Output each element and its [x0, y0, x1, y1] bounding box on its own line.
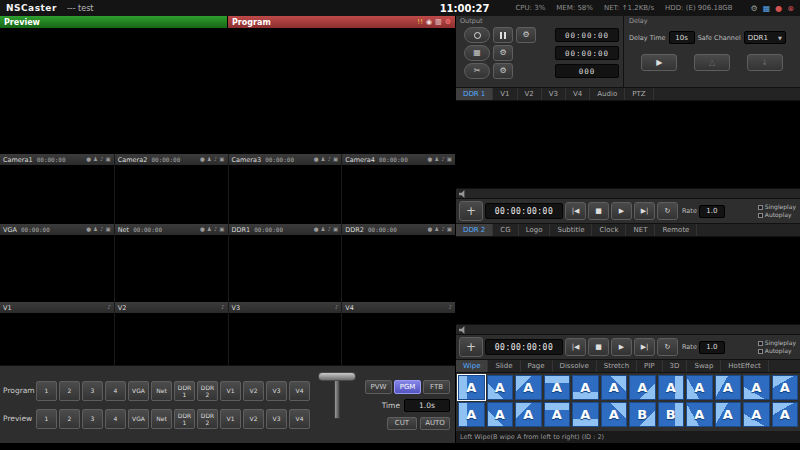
effects-tab-3d[interactable]: 3D	[663, 360, 688, 372]
deck2-singleplay-checkbox[interactable]: Singleplay	[758, 340, 796, 346]
deck1-next-button[interactable]: ▶|	[634, 202, 655, 220]
delay-output-button[interactable]: ↓	[747, 54, 783, 71]
effect-thumb-11[interactable]: A	[743, 375, 770, 400]
effect-thumb-9[interactable]: A	[686, 375, 713, 400]
deck1-tab-v2[interactable]: V2	[518, 88, 542, 100]
transition-time-input[interactable]: 1.0s	[404, 399, 450, 412]
effect-thumb-22[interactable]: A	[715, 402, 742, 427]
preview-bus-button-2[interactable]: 2	[59, 409, 80, 429]
broadcast-icon[interactable]: ◉	[426, 19, 432, 26]
monitor-camera3[interactable]: Camera300:00:00●♟♪▣	[228, 154, 342, 224]
deck2-tab-ddr-2[interactable]: DDR 2	[456, 224, 493, 236]
deck1-autoplay-checkbox[interactable]: Autoplay	[758, 212, 796, 218]
program-bus-button-v3[interactable]: V3	[266, 381, 287, 401]
speaker-icon[interactable]	[459, 326, 468, 334]
effects-tab-page[interactable]: Page	[521, 360, 553, 372]
program-bus-button-v4[interactable]: V4	[289, 381, 310, 401]
deck2-autoplay-checkbox[interactable]: Autoplay	[758, 348, 796, 354]
deck1-tab-v3[interactable]: V3	[542, 88, 566, 100]
deck1-tab-ddr-1[interactable]: DDR 1	[456, 88, 493, 100]
deck1-rate-input[interactable]: 1.0	[699, 205, 725, 218]
effect-thumb-1[interactable]: A	[458, 375, 485, 400]
mode-button-ftb[interactable]: FTB	[423, 380, 450, 394]
monitor-camera2[interactable]: Camera200:00:00●♟♪▣	[114, 154, 228, 224]
record-icon[interactable]: ●	[775, 4, 782, 13]
effects-tab-dissolve[interactable]: Dissolve	[553, 360, 597, 372]
deck2-rate-input[interactable]: 1.0	[699, 341, 725, 354]
safe-channel-select[interactable]: DDR1 ▼	[744, 31, 786, 44]
deck2-tab-net[interactable]: NET	[626, 224, 655, 236]
monitor-v2[interactable]: V2♪	[114, 302, 228, 365]
effect-thumb-13[interactable]: A	[458, 402, 485, 427]
stream-button[interactable]: ▦	[464, 45, 490, 61]
monitor-v3[interactable]: V3♪	[228, 302, 342, 365]
pause-button[interactable]	[493, 27, 513, 43]
preview-bus-button-vga[interactable]: VGA	[128, 409, 149, 429]
monitor-ddr1[interactable]: DDR100:00:00●♟♪▣	[228, 224, 342, 302]
deck1-stop-button[interactable]: ■	[588, 202, 609, 220]
deck2-play-button[interactable]: ▶	[611, 338, 632, 356]
monitor-v1[interactable]: V1♪	[0, 302, 114, 365]
effects-tab-wipe[interactable]: Wipe	[456, 360, 488, 372]
stream-settings-button[interactable]: ⚙	[493, 45, 513, 61]
program-bus-button-v2[interactable]: V2	[243, 381, 264, 401]
program-bus-button-ddr-1[interactable]: DDR 1	[174, 381, 195, 401]
effect-thumb-14[interactable]: A	[487, 402, 514, 427]
deck1-tab-audio[interactable]: Audio	[590, 88, 625, 100]
deck2-tab-cg[interactable]: CG	[493, 224, 518, 236]
preview-bus-button-v4[interactable]: V4	[289, 409, 310, 429]
mode-button-pgm[interactable]: PGM	[394, 380, 421, 394]
effects-tab-hoteffect[interactable]: HotEffect	[721, 360, 768, 372]
preview-bus-button-4[interactable]: 4	[105, 409, 126, 429]
delay-warning-button[interactable]: △	[694, 54, 730, 71]
effects-tab-swap[interactable]: Swap	[687, 360, 721, 372]
grid-icon[interactable]: ▥	[435, 19, 442, 26]
monitor-vga[interactable]: VGA00:00:00●♟♪▣	[0, 224, 114, 302]
deck1-tab-v1[interactable]: V1	[493, 88, 517, 100]
speaker-icon[interactable]	[459, 190, 468, 198]
effect-thumb-21[interactable]: A	[686, 402, 713, 427]
deck2-tab-subtitle[interactable]: Subtitle	[550, 224, 592, 236]
monitor-ddr2[interactable]: DDR200:00:00●♟♪▣	[341, 224, 455, 302]
deck1-loop-button[interactable]: ↻	[657, 202, 678, 220]
effect-thumb-8[interactable]: A	[658, 375, 685, 400]
effect-thumb-7[interactable]: A	[629, 375, 656, 400]
effect-thumb-19[interactable]: B	[629, 402, 656, 427]
effect-thumb-4[interactable]: A	[544, 375, 571, 400]
program-bus-button-ddr-2[interactable]: DDR 2	[197, 381, 218, 401]
layout-icon[interactable]: ▦	[763, 4, 771, 13]
deck1-add-button[interactable]: +	[459, 201, 483, 221]
preview-bus-button-3[interactable]: 3	[82, 409, 103, 429]
effects-tab-slide[interactable]: Slide	[488, 360, 520, 372]
effect-thumb-17[interactable]: A	[572, 402, 599, 427]
monitor-net[interactable]: Net00:00:00●♟♪▣	[114, 224, 228, 302]
cut-button[interactable]: CUT	[387, 417, 417, 430]
preview-bus-button-1[interactable]: 1	[36, 409, 57, 429]
program-bus-button-vga[interactable]: VGA	[128, 381, 149, 401]
program-bus-button-2[interactable]: 2	[59, 381, 80, 401]
monitor-camera4[interactable]: Camera400:00:00●♟♪▣	[341, 154, 455, 224]
preview-bus-button-ddr-1[interactable]: DDR 1	[174, 409, 195, 429]
effect-thumb-16[interactable]: A	[544, 402, 571, 427]
deck2-stop-button[interactable]: ■	[588, 338, 609, 356]
clip-button[interactable]: ✂	[464, 63, 490, 79]
deck2-tab-logo[interactable]: Logo	[519, 224, 551, 236]
deck2-add-button[interactable]: +	[459, 337, 483, 357]
effect-thumb-20[interactable]: B	[658, 402, 685, 427]
preview-bus-button-v3[interactable]: V3	[266, 409, 287, 429]
preview-bus-button-net[interactable]: Net	[151, 409, 172, 429]
program-bus-button-1[interactable]: 1	[36, 381, 57, 401]
effect-thumb-23[interactable]: A	[743, 402, 770, 427]
delay-time-input[interactable]: 10s	[669, 31, 695, 44]
deck2-tab-clock[interactable]: Clock	[592, 224, 626, 236]
deck2-next-button[interactable]: ▶|	[634, 338, 655, 356]
settings-icon[interactable]: ⚙	[751, 4, 758, 13]
t-bar[interactable]	[311, 372, 363, 438]
effect-thumb-18[interactable]: A	[601, 402, 628, 427]
preview-bus-button-v2[interactable]: V2	[243, 409, 264, 429]
deck1-tab-v4[interactable]: V4	[566, 88, 590, 100]
close-icon[interactable]: ⊗	[787, 4, 794, 13]
deck2-loop-button[interactable]: ↻	[657, 338, 678, 356]
effect-thumb-3[interactable]: A	[515, 375, 542, 400]
program-bus-button-v1[interactable]: V1	[220, 381, 241, 401]
